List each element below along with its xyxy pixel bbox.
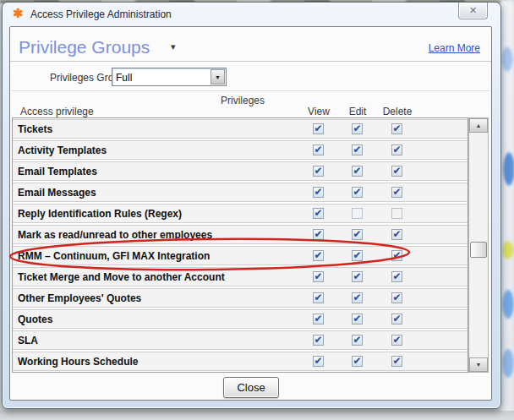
titlebar[interactable]: ✱ Access Privilege Administration ✕ <box>3 3 500 25</box>
table-row: Tickets ✔ ✔ ✔ <box>13 119 468 139</box>
scroll-up-button[interactable]: ▲ <box>469 118 488 133</box>
close-x-icon: ✕ <box>469 5 477 15</box>
view-checkbox[interactable]: ✔ <box>313 145 324 155</box>
view-checkbox[interactable]: ✔ <box>313 166 324 177</box>
privileges-group-header: Privileges <box>200 95 285 106</box>
delete-checkbox[interactable]: ✔ <box>391 356 402 367</box>
delete-checkbox[interactable]: ✔ <box>391 271 402 282</box>
delete-checkbox[interactable]: ✔ <box>391 123 402 134</box>
scroll-down-button[interactable]: ▼ <box>469 357 488 372</box>
privilege-label: Other Employees' Quotes <box>18 292 141 304</box>
edit-checkbox[interactable] <box>352 208 363 219</box>
privilege-label: Tickets <box>18 123 52 135</box>
edit-checkbox[interactable]: ✔ <box>352 123 363 134</box>
scroll-down-icon: ▼ <box>476 362 482 368</box>
access-privilege-administration-dialog: ✱ Access Privilege Administration ✕ Priv… <box>2 2 501 409</box>
view-checkbox[interactable]: ✔ <box>313 123 324 134</box>
privilege-label: Activity Templates <box>18 145 107 156</box>
delete-checkbox[interactable]: ✔ <box>391 250 402 261</box>
table-row: Working Hours Schedule ✔ ✔ ✔ <box>13 352 468 371</box>
privileges-grid: Tickets ✔ ✔ ✔ Activity Templates ✔ ✔ ✔ E… <box>12 117 468 373</box>
privilege-label: SLA <box>18 335 38 346</box>
privilege-label: Email Messages <box>18 187 96 199</box>
view-checkbox[interactable]: ✔ <box>313 187 324 198</box>
privilege-label: Email Templates <box>18 166 97 177</box>
edit-checkbox[interactable]: ✔ <box>352 314 363 325</box>
privilege-label: Working Hours Schedule <box>18 356 138 368</box>
table-row: SLA ✔ ✔ ✔ <box>13 330 468 350</box>
privilege-label: Mark as read/unread to other employees <box>18 229 212 241</box>
delete-checkbox[interactable]: ✔ <box>391 292 402 303</box>
table-row: Email Messages ✔ ✔ ✔ <box>13 183 468 202</box>
table-row: Reply Identification Rules (Regex) ✔ <box>13 204 468 223</box>
delete-checkbox[interactable]: ✔ <box>391 335 402 346</box>
edit-checkbox[interactable]: ✔ <box>352 356 363 367</box>
desktop-background: ✱ Access Privilege Administration ✕ Priv… <box>0 0 514 420</box>
view-checkbox[interactable]: ✔ <box>313 229 324 240</box>
edit-checkbox[interactable]: ✔ <box>352 271 363 282</box>
table-row: RMM – Continuum, GFI MAX Integration ✔ ✔… <box>13 246 468 265</box>
close-button[interactable]: Close <box>223 377 279 398</box>
edit-checkbox[interactable]: ✔ <box>352 250 363 261</box>
column-access-privilege: Access privilege <box>20 106 94 117</box>
edit-checkbox[interactable]: ✔ <box>352 166 363 177</box>
delete-checkbox[interactable]: ✔ <box>391 145 402 155</box>
desktop-strip-bottom <box>0 411 514 420</box>
view-checkbox[interactable]: ✔ <box>313 356 324 367</box>
view-checkbox[interactable]: ✔ <box>313 208 324 219</box>
view-checkbox[interactable]: ✔ <box>313 335 324 346</box>
combo-dropdown-button[interactable]: ▼ <box>211 69 225 85</box>
privilege-label: RMM – Continuum, GFI MAX Integration <box>18 250 210 262</box>
delete-checkbox[interactable]: ✔ <box>391 314 402 325</box>
window-close-button[interactable]: ✕ <box>458 3 488 19</box>
delete-checkbox[interactable]: ✔ <box>391 166 402 177</box>
heading-divider <box>10 61 491 62</box>
privilege-label: Ticket Merge and Move to another Account <box>18 271 225 283</box>
dropdown-arrow-icon: ▼ <box>215 74 221 80</box>
table-row: Mark as read/unread to other employees ✔… <box>13 225 468 244</box>
edit-checkbox[interactable]: ✔ <box>352 229 363 240</box>
page-title: Privilege Groups <box>19 37 150 57</box>
edit-checkbox[interactable]: ✔ <box>352 335 363 346</box>
privileges-group-value: Full <box>116 72 132 84</box>
edit-checkbox[interactable]: ✔ <box>352 145 363 155</box>
view-checkbox[interactable]: ✔ <box>313 271 324 282</box>
section-divider <box>12 90 489 92</box>
table-row: Email Templates ✔ ✔ ✔ <box>13 161 468 181</box>
table-row: Ticket Merge and Move to another Account… <box>13 267 468 286</box>
learn-more-link[interactable]: Learn More <box>429 42 480 54</box>
column-edit: Edit <box>336 106 379 117</box>
column-delete: Delete <box>376 106 418 117</box>
view-checkbox[interactable]: ✔ <box>313 314 324 325</box>
view-checkbox[interactable]: ✔ <box>313 250 324 261</box>
delete-checkbox[interactable] <box>391 208 402 219</box>
column-view: View <box>298 106 340 117</box>
delete-checkbox[interactable]: ✔ <box>391 187 402 198</box>
app-asterisk-icon: ✱ <box>13 6 24 21</box>
table-row: Activity Templates ✔ ✔ ✔ <box>13 140 468 160</box>
desktop-strip-right <box>500 0 514 420</box>
content-panel: Privilege Groups ▾ Learn More Privileges… <box>9 26 492 401</box>
edit-checkbox[interactable]: ✔ <box>352 187 363 198</box>
scroll-up-icon: ▲ <box>476 123 482 128</box>
delete-checkbox[interactable]: ✔ <box>391 229 402 240</box>
edit-checkbox[interactable]: ✔ <box>352 292 363 303</box>
scrollbar-thumb[interactable] <box>470 242 487 258</box>
window-title: Access Privilege Administration <box>30 8 172 20</box>
vertical-scrollbar[interactable]: ▲ ▼ <box>468 117 489 373</box>
privilege-label: Quotes <box>18 314 52 325</box>
heading-menu-caret-icon[interactable]: ▾ <box>171 41 176 52</box>
table-row: Quotes ✔ ✔ ✔ <box>13 309 468 329</box>
privilege-label: Reply Identification Rules (Regex) <box>18 208 182 220</box>
table-row: Other Employees' Quotes ✔ ✔ ✔ <box>13 288 468 308</box>
view-checkbox[interactable]: ✔ <box>313 292 324 303</box>
privileges-group-select[interactable]: Full ▼ <box>112 68 227 86</box>
